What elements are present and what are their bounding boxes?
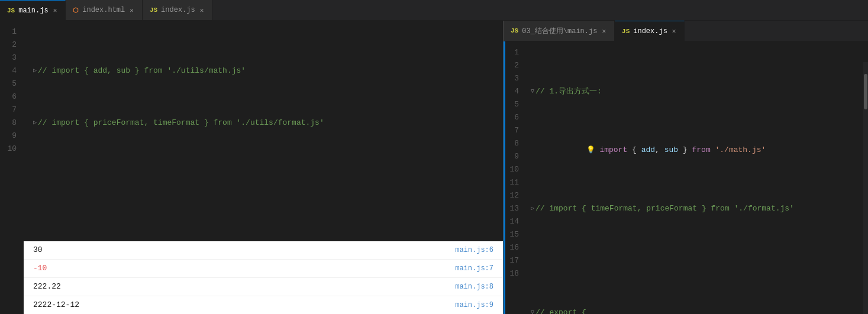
line-num: 2 xyxy=(504,59,525,72)
line-num: 3 xyxy=(504,72,525,85)
line-num: 14 xyxy=(504,215,525,228)
fold-icon[interactable]: ▷ xyxy=(33,116,37,130)
console-link[interactable]: main.js:7 xyxy=(455,262,493,275)
tab-close-index-html[interactable]: ✕ xyxy=(128,5,135,15)
tab-index-js[interactable]: JS index.js ✕ xyxy=(143,0,212,20)
fold-icon[interactable]: ▷ xyxy=(531,202,534,215)
js-icon-2: JS xyxy=(150,7,157,14)
code-text: from xyxy=(692,144,710,157)
code-text: // 1.导出方式一: xyxy=(535,85,602,98)
console-row-2: -10 main.js:7 xyxy=(24,260,503,278)
tab-close-index-js[interactable]: ✕ xyxy=(199,5,205,15)
code-text: , xyxy=(655,144,664,157)
active-editor-indicator xyxy=(504,41,505,314)
console-link[interactable]: main.js:8 xyxy=(455,280,493,293)
line-num: 10 xyxy=(0,143,24,156)
line-numbers-left: 1 2 3 4 5 6 7 8 9 10 xyxy=(0,21,24,314)
line-num: 5 xyxy=(0,77,24,90)
line-num: 15 xyxy=(504,228,525,241)
line-num: 8 xyxy=(0,116,24,130)
console-row-1: 30 main.js:6 xyxy=(24,241,503,260)
keyword-import: import xyxy=(599,144,627,157)
code-text: } xyxy=(678,144,692,157)
console-panel: 30 main.js:6 -10 main.js:7 222.22 main.j… xyxy=(24,241,503,314)
tab-label: index.html xyxy=(82,6,125,14)
line-num: 16 xyxy=(504,241,525,254)
line-num: 4 xyxy=(0,64,24,77)
line-num: 8 xyxy=(504,137,525,150)
code-line xyxy=(33,221,503,234)
tab-label: main.js xyxy=(18,7,48,15)
code-line: 💡 import { add, sub } from './math.js' xyxy=(531,137,868,163)
tab-main-js[interactable]: JS main.js ✕ xyxy=(0,0,66,20)
code-text xyxy=(711,144,715,157)
line-num: 1 xyxy=(504,46,525,59)
right-line-numbers: 1 2 3 4 5 6 7 8 9 10 11 12 13 14 15 16 1… xyxy=(504,41,525,314)
code-line: ▽// 1.导出方式一: xyxy=(531,85,868,98)
js-icon-right-2: JS xyxy=(622,28,630,35)
line-num: 12 xyxy=(504,189,525,202)
line-num: 6 xyxy=(0,90,24,103)
tab-main-js-right[interactable]: JS 03_结合使用\main.js ✕ xyxy=(504,21,615,41)
code-text: // import { priceFormat, timeFormat } fr… xyxy=(38,116,324,130)
code-text: sub xyxy=(664,144,678,157)
code-text: // import { timeFormat, priceFormat } fr… xyxy=(535,202,794,215)
line-num: 4 xyxy=(504,85,525,98)
js-icon: JS xyxy=(7,7,15,14)
line-num: 17 xyxy=(504,254,525,267)
right-code-content: ▽// 1.导出方式一: 💡 import { add, sub } from … xyxy=(525,41,868,314)
line-num: 13 xyxy=(504,202,525,215)
code-line xyxy=(33,169,503,182)
tab-bar-left: JS main.js ✕ ⬡ index.html ✕ JS index.js … xyxy=(0,0,868,21)
tab-bar-right: JS 03_结合使用\main.js ✕ JS index.js ✕ xyxy=(504,21,868,41)
tab-label: index.js xyxy=(633,27,667,35)
code-text: // import { add, sub } from './utils/mat… xyxy=(38,64,246,77)
line-num: 3 xyxy=(0,51,24,64)
editor-left: 1 2 3 4 5 6 7 8 9 10 ▷// import { add, s… xyxy=(0,21,503,314)
line-num: 18 xyxy=(504,267,525,280)
code-line xyxy=(531,254,868,267)
scrollbar-thumb[interactable] xyxy=(864,74,867,109)
console-value: 2222-12-12 xyxy=(33,299,79,312)
editor-right: JS 03_结合使用\main.js ✕ JS index.js ✕ 1 2 3… xyxy=(503,21,868,314)
tab-close-main-js[interactable]: ✕ xyxy=(52,5,59,15)
tab-index-js-right[interactable]: JS index.js ✕ xyxy=(615,21,685,41)
console-value: 30 xyxy=(33,244,43,257)
console-link[interactable]: main.js:6 xyxy=(455,244,493,257)
fold-icon[interactable]: ▽ xyxy=(531,85,534,98)
code-text: './math.js' xyxy=(715,144,766,157)
tab-index-html[interactable]: ⬡ index.html ✕ xyxy=(66,0,143,20)
tab-close-right-index[interactable]: ✕ xyxy=(671,26,677,36)
code-text: // export { xyxy=(535,306,586,314)
tab-label: 03_结合使用\main.js xyxy=(522,26,597,36)
scrollbar-right[interactable] xyxy=(863,62,868,314)
console-row-3: 222.22 main.js:8 xyxy=(24,278,503,296)
tab-close-right-main[interactable]: ✕ xyxy=(601,26,607,36)
line-num: 11 xyxy=(504,176,525,189)
code-line: ▷// import { add, sub } from './utils/ma… xyxy=(33,64,503,77)
line-num: 1 xyxy=(0,25,24,38)
console-value: -10 xyxy=(33,262,47,275)
line-num: 7 xyxy=(0,103,24,116)
code-text: { xyxy=(627,144,641,157)
fold-icon[interactable]: ▽ xyxy=(531,306,534,314)
console-row-4: 2222-12-12 main.js:9 xyxy=(24,296,503,314)
code-line: ▷// import { timeFormat, priceFormat } f… xyxy=(531,202,868,215)
fold-icon[interactable]: ▷ xyxy=(33,64,37,77)
bulb-icon: 💡 xyxy=(586,144,595,157)
line-num: 5 xyxy=(504,98,525,111)
code-text: add xyxy=(641,144,655,157)
line-num: 10 xyxy=(504,163,525,176)
line-num: 2 xyxy=(0,38,24,51)
html-icon: ⬡ xyxy=(73,7,79,14)
code-line: ▷// import { priceFormat, timeFormat } f… xyxy=(33,116,503,130)
console-link[interactable]: main.js:9 xyxy=(455,299,493,312)
tab-label: index.js xyxy=(161,6,195,14)
code-editor-left[interactable]: 1 2 3 4 5 6 7 8 9 10 ▷// import { add, s… xyxy=(0,21,503,314)
line-num: 7 xyxy=(504,124,525,137)
code-line: ▽// export { xyxy=(531,306,868,314)
line-num: 6 xyxy=(504,111,525,124)
right-editor-wrapper: 1 2 3 4 5 6 7 8 9 10 11 12 13 14 15 16 1… xyxy=(504,41,868,314)
main-content: 1 2 3 4 5 6 7 8 9 10 ▷// import { add, s… xyxy=(0,21,868,314)
console-value: 222.22 xyxy=(33,280,61,293)
